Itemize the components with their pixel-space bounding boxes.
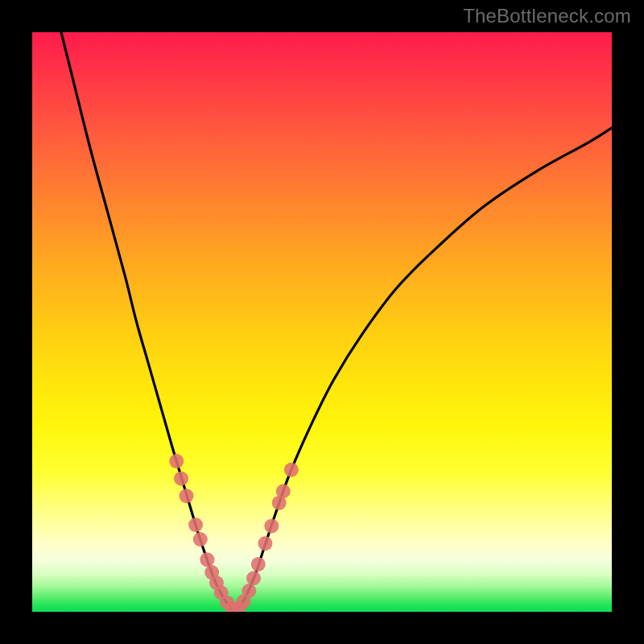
- data-marker: [193, 532, 208, 547]
- markers-right: [231, 463, 299, 612]
- data-marker: [169, 454, 184, 469]
- markers-left: [169, 454, 239, 612]
- data-marker: [174, 471, 188, 485]
- data-marker: [188, 518, 203, 532]
- data-marker: [246, 571, 261, 585]
- data-marker: [264, 518, 279, 533]
- left-curve: [61, 32, 235, 612]
- chart-frame: TheBottleneck.com: [0, 0, 644, 644]
- data-marker: [180, 489, 194, 503]
- data-marker: [251, 557, 266, 572]
- data-marker: [284, 463, 299, 477]
- data-marker: [242, 584, 256, 598]
- right-curve: [235, 128, 612, 612]
- data-marker: [200, 552, 214, 567]
- data-marker: [258, 536, 272, 551]
- data-marker: [276, 484, 291, 498]
- watermark-text: TheBottleneck.com: [463, 5, 631, 27]
- chart-svg: [32, 32, 612, 612]
- plot-area: [32, 32, 612, 612]
